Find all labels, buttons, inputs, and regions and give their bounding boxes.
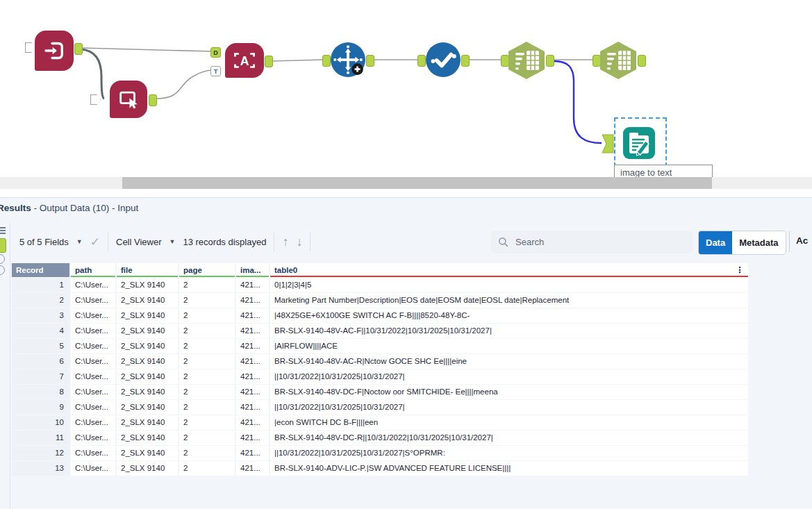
- cell-file[interactable]: 2_SLX 9140: [117, 446, 178, 460]
- cell-file[interactable]: 2_SLX 9140: [117, 369, 178, 384]
- cell-record[interactable]: 7: [12, 369, 69, 384]
- cell-page[interactable]: 2: [179, 415, 235, 430]
- anchor-circle-icon[interactable]: [0, 254, 5, 264]
- cell-file[interactable]: 2_SLX 9140: [117, 339, 178, 353]
- cell-file[interactable]: 2_SLX 9140: [117, 385, 178, 399]
- column-header-path[interactable]: path: [71, 263, 115, 277]
- column-header-page[interactable]: page: [179, 263, 235, 277]
- cell-path[interactable]: C:\User...: [71, 354, 115, 369]
- metadata-tab-button[interactable]: Metadata: [732, 231, 785, 254]
- fields-caret-icon[interactable]: ▼: [76, 238, 83, 245]
- cell-table0[interactable]: BR-SLX-9140-48V-DC-R||10/31/2022|10/31/2…: [270, 431, 748, 445]
- apply-check-icon[interactable]: ✓: [90, 235, 100, 249]
- cell-record[interactable]: 1: [12, 278, 69, 292]
- cell-page[interactable]: 2: [179, 308, 235, 323]
- column-header-record[interactable]: Record: [12, 263, 69, 277]
- scroll-up-button[interactable]: ↑: [282, 235, 288, 249]
- column-header-table0[interactable]: table0⋮: [270, 263, 748, 277]
- cell-page[interactable]: 2: [179, 461, 235, 476]
- cell-record[interactable]: 10: [12, 415, 69, 430]
- cell-page[interactable]: 2: [179, 324, 235, 338]
- cell-page[interactable]: 2: [179, 339, 235, 353]
- cell-record[interactable]: 6: [12, 354, 69, 369]
- scroll-down-button[interactable]: ↓: [296, 235, 302, 249]
- cell-ima[interactable]: 421...: [236, 339, 269, 353]
- cell-ima[interactable]: 421...: [236, 293, 269, 308]
- panel-menu-icon[interactable]: [0, 227, 6, 235]
- search-box[interactable]: [491, 231, 693, 253]
- image-template-tool[interactable]: [110, 81, 147, 118]
- cell-table0[interactable]: |AIRFLOW||||ACE: [270, 339, 748, 353]
- cell-path[interactable]: C:\User...: [71, 369, 115, 384]
- actions-label-clipped[interactable]: Ac: [796, 235, 808, 246]
- cell-page[interactable]: 2: [179, 354, 235, 369]
- cell-page[interactable]: 2: [179, 431, 235, 445]
- cell-file[interactable]: 2_SLX 9140: [117, 308, 178, 323]
- cell-record[interactable]: 13: [12, 461, 69, 476]
- cell-ima[interactable]: 421...: [236, 385, 269, 399]
- cell-record[interactable]: 9: [12, 400, 69, 415]
- cell-ima[interactable]: 421...: [236, 461, 269, 476]
- column-menu-kebab-icon[interactable]: ⋮: [736, 263, 744, 277]
- cell-file[interactable]: 2_SLX 9140: [117, 461, 178, 476]
- cell-table0[interactable]: BR-SLX-9140-48V-AC-F||10/31/2022|10/31/2…: [270, 324, 748, 338]
- cell-path[interactable]: C:\User...: [71, 324, 115, 338]
- cell-table0[interactable]: 0|1|2|3|4|5: [270, 278, 748, 292]
- arrows-tool-input-anchor[interactable]: [322, 55, 331, 67]
- cell-record[interactable]: 11: [12, 431, 69, 445]
- column-header-ima[interactable]: ima...: [236, 263, 269, 277]
- cell-table0[interactable]: ||10/31/2022|10/31/2025|10/31/2027|: [270, 369, 748, 384]
- cell-path[interactable]: C:\User...: [71, 278, 115, 292]
- cell-ima[interactable]: 421...: [236, 431, 269, 445]
- cell-record[interactable]: 2: [12, 293, 69, 308]
- image-input-output-anchor[interactable]: [74, 43, 83, 55]
- ocr-d-input-anchor[interactable]: D: [210, 47, 221, 58]
- cell-file[interactable]: 2_SLX 9140: [117, 400, 178, 415]
- cell-path[interactable]: C:\User...: [71, 293, 115, 308]
- cell-record[interactable]: 5: [12, 339, 69, 353]
- cell-file[interactable]: 2_SLX 9140: [117, 431, 178, 445]
- cell-ima[interactable]: 421...: [236, 369, 269, 384]
- cell-ima[interactable]: 421...: [236, 278, 269, 292]
- cell-page[interactable]: 2: [179, 446, 235, 460]
- data-tab-button[interactable]: Data: [699, 231, 732, 254]
- image-to-text-tool[interactable]: A: [225, 43, 264, 78]
- cell-page[interactable]: 2: [179, 369, 235, 384]
- cell-table0[interactable]: ||10/31/2022|10/31/2025|10/31/2027|S°OPR…: [270, 446, 748, 460]
- output-anchor-indicator-icon[interactable]: [0, 238, 6, 253]
- image-input-tool[interactable]: [35, 31, 74, 71]
- cell-file[interactable]: 2_SLX 9140: [117, 278, 178, 292]
- cell-record[interactable]: 8: [12, 385, 69, 399]
- cell-file[interactable]: 2_SLX 9140: [117, 354, 178, 369]
- cell-record[interactable]: 12: [12, 446, 69, 460]
- cell-file[interactable]: 2_SLX 9140: [117, 293, 178, 308]
- scrollbar-thumb[interactable]: [122, 177, 712, 189]
- output-tool-input-anchor[interactable]: [602, 134, 614, 153]
- cell-record[interactable]: 4: [12, 324, 69, 338]
- canvas-horizontal-scrollbar[interactable]: [0, 177, 812, 189]
- cell-viewer-caret-icon[interactable]: ▼: [169, 238, 176, 245]
- cell-ima[interactable]: 421...: [236, 324, 269, 338]
- arrows-tool-output-anchor[interactable]: [366, 55, 374, 67]
- cell-path[interactable]: C:\User...: [71, 385, 115, 399]
- cell-path[interactable]: C:\User...: [71, 308, 115, 323]
- ocr-t-input-anchor[interactable]: T: [210, 66, 221, 76]
- search-input[interactable]: [514, 236, 686, 248]
- crosstab1-output-anchor[interactable]: [546, 55, 554, 67]
- cell-table0[interactable]: Marketing Part Number|Description|EOS da…: [270, 293, 748, 308]
- select-all-rows-circle[interactable]: [0, 265, 5, 275]
- cell-path[interactable]: C:\User...: [71, 461, 115, 476]
- cell-ima[interactable]: 421...: [236, 354, 269, 369]
- cell-path[interactable]: C:\User...: [71, 339, 115, 353]
- cell-path[interactable]: C:\User...: [71, 415, 115, 430]
- cell-ima[interactable]: 421...: [236, 308, 269, 323]
- cell-path[interactable]: C:\User...: [71, 446, 115, 460]
- move-arrows-tool[interactable]: [331, 42, 365, 77]
- output-data-tool[interactable]: [623, 127, 655, 159]
- cell-record[interactable]: 3: [12, 308, 69, 323]
- cell-table0[interactable]: ||10/31/2022|10/31/2025|10/31/2027|: [270, 400, 748, 415]
- crosstab1-input-anchor[interactable]: [501, 55, 509, 67]
- cell-page[interactable]: 2: [179, 278, 235, 292]
- cell-table0[interactable]: |48X25GE+6X100GE SWITCH AC F-B||||8520-4…: [270, 308, 748, 323]
- cell-path[interactable]: C:\User...: [71, 400, 115, 415]
